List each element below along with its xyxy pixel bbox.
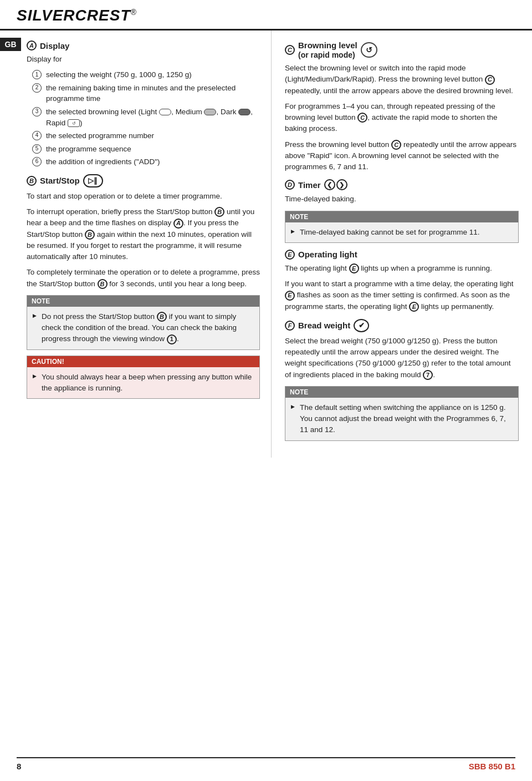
inline-badge-c1: C [485,75,495,85]
page-number: 8 [17,762,21,771]
badge-a: A [27,40,37,50]
browning-p3: Press the browning level button C repeat… [285,139,519,173]
badge-b: B [27,176,37,186]
display-title: A Display [27,40,260,50]
num-3: 3 [32,107,42,116]
startstop-p2: To interrupt operation, briefly press th… [27,206,260,262]
operating-p2: If you want to start a programme with a … [285,278,519,312]
inline-badge-c2: C [357,113,367,123]
page-footer: 8 SBB 850 B1 [17,757,515,771]
num-5: 5 [32,144,42,154]
list-item-2: 2 the remaining baking time in minutes a… [32,83,260,104]
timer-note-header: NOTE [285,211,518,222]
rapid-icon: ↺ [68,119,80,127]
inline-badge-7: 7 [423,370,433,380]
brand-logo: SilverCrest® [17,7,137,24]
inline-badge-a1: A [173,219,183,229]
timer-p1: Time-delayed baking. [285,194,519,205]
badge-e: E [285,250,295,260]
startstop-p1: To start and stop operation or to delete… [27,191,260,202]
bread-note-box: NOTE The default setting when switching … [285,386,519,441]
right-column: C Browning level (or rapid mode) ↺ Selec… [272,31,532,458]
medium-icon [204,109,216,115]
timer-note-box: NOTE Time-delayed baking cannot be set f… [285,211,519,243]
inline-badge-e3: E [409,302,419,312]
display-section: A Display Display for 1 selecting the we… [27,40,260,168]
bread-note-header: NOTE [285,387,518,398]
num-1: 1 [32,70,42,79]
timer-title: D Timer ❮ ❯ [285,179,519,190]
caution-header: CAUTION! [27,356,259,367]
bread-weight-icon: ✔ [354,319,369,332]
timer-left-arrow: ❮ [324,179,335,190]
timer-icon: ❮ ❯ [324,179,347,190]
browning-p2: For programmes 1–4 you can, through repe… [285,101,519,135]
inline-badge-b4: B [157,312,167,322]
page-header: SilverCrest® [0,0,532,31]
num-4: 4 [32,131,42,140]
startstop-p3: To completely terminate the operation or… [27,267,260,290]
timer-section: D Timer ❮ ❯ Time-delayed baking. NOTE Ti… [285,179,519,243]
bread-note-content: The default setting when switching the a… [285,398,518,440]
light-icon [159,109,171,115]
list-item-4: 4 the selected programme number [32,130,260,141]
num-2: 2 [32,83,42,93]
list-item-6: 6 the addition of ingredients ("ADD") [32,156,260,168]
timer-note-content: Time-delayed baking cannot be set for pr… [285,222,518,242]
browning-title: C Browning level (or rapid mode) ↺ [285,40,519,59]
model-number: SBB 850 B1 [469,762,515,771]
inline-badge-1: 1 [167,334,177,344]
note-item-1: Do not press the Start/Stop button B if … [33,311,254,345]
note-header-1: NOTE [27,296,259,307]
caution-box: CAUTION! You should always hear a beep w… [27,356,260,399]
browning-section: C Browning level (or rapid mode) ↺ Selec… [285,40,519,173]
inline-badge-c3: C [391,140,401,150]
inline-badge-e1: E [349,263,359,273]
browning-level-icon: ↺ [361,42,377,58]
startstop-section: B Start/Stop ▷‖ To start and stop operat… [27,174,260,399]
operating-title: E Operating light [285,250,519,260]
note-content-1: Do not press the Start/Stop button B if … [27,307,259,349]
left-column: A Display Display for 1 selecting the we… [0,31,272,458]
display-for-text: Display for [27,54,260,65]
list-item-1: 1 selecting the weight (750 g, 1000 g, 1… [32,69,260,80]
country-label: GB [0,38,21,51]
display-list: 1 selecting the weight (750 g, 1000 g, 1… [27,69,260,168]
inline-badge-b3: B [98,279,108,289]
list-item-5: 5 the programme sequence [32,144,260,155]
bread-weight-title: F Bread weight ✔ [285,319,519,332]
badge-c: C [285,45,295,55]
caution-item-1: You should always hear a beep when press… [33,372,254,394]
main-content: A Display Display for 1 selecting the we… [0,31,532,458]
num-6: 6 [32,157,42,166]
browning-p1: Select the browning level or switch into… [285,63,519,97]
badge-f: F [285,321,295,331]
operating-section: E Operating light The operating light E … [285,250,519,312]
list-item-3: 3 the selected browning level (Light , M… [32,106,260,128]
timer-right-arrow: ❯ [336,179,347,190]
bread-weight-section: F Bread weight ✔ Select the bread weight… [285,319,519,441]
inline-badge-e2: E [285,291,295,301]
badge-d: D [285,180,295,190]
startstop-title: B Start/Stop ▷‖ [27,174,260,187]
timer-note-item-1: Time-delayed baking cannot be set for pr… [291,227,513,238]
operating-p1: The operating light E lights up when a p… [285,263,519,274]
inline-badge-b1: B [214,207,224,217]
bread-p1: Select the bread weight (750 g/1000 g/12… [285,336,519,381]
note-box-1: NOTE Do not press the Start/Stop button … [27,295,260,350]
inline-badge-b2: B [85,230,95,240]
bread-note-item-1: The default setting when switching the a… [291,402,513,436]
caution-content: You should always hear a beep when press… [27,367,259,399]
dark-icon [238,109,250,115]
startstop-icon: ▷‖ [83,174,103,187]
